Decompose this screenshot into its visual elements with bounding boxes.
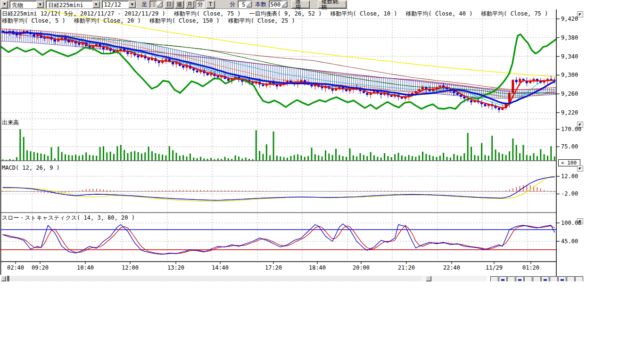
time-axis-label: 18:40 bbox=[309, 264, 326, 271]
stochastics-pane-title: スロー・ストキャスティクス( 14, 3, 80, 20 ) bbox=[2, 214, 135, 221]
scrollbar-thumb[interactable] bbox=[7, 276, 9, 281]
time-axis-label: 12:00 bbox=[122, 264, 139, 271]
volume-pane bbox=[2, 129, 555, 160]
bottom-nav-button[interactable] bbox=[533, 276, 541, 281]
y-axis-label: 170.00 bbox=[561, 126, 581, 132]
macd-pane-corner-button[interactable]: ◤ bbox=[577, 165, 583, 172]
indicator-label: 移動平均( Close, 5 ) bbox=[2, 17, 66, 25]
y-axis-label: 45.00 bbox=[561, 238, 578, 245]
stochastics-pane bbox=[1, 224, 556, 254]
time-axis-label: 14:40 bbox=[212, 264, 229, 271]
volume-pane-title: 出来高 bbox=[2, 119, 19, 126]
time-axis-label: 20:00 bbox=[353, 264, 370, 271]
time-axis-label: 01:20 bbox=[522, 264, 539, 271]
y-axis-label: 9,220 bbox=[561, 109, 578, 116]
indicator-label: 移動平均( Close, 150 ) bbox=[149, 17, 220, 25]
y-axis-label: 9,420 bbox=[561, 16, 578, 22]
macd-pane-title: MACD( 12, 26, 9 ) bbox=[2, 165, 60, 171]
indicator-label: 移動平均( Close, 75 ) bbox=[481, 10, 548, 18]
indicator-header-line2: 移動平均( Close, 5 )移動平均( Close, 20 )移動平均( C… bbox=[2, 17, 295, 25]
indicator-label: 移動平均( Close, 10 ) bbox=[330, 10, 397, 18]
y-axis-label: 9,340 bbox=[561, 53, 578, 60]
time-axis-label: 21:20 bbox=[398, 264, 415, 271]
time-axis-label: 13:20 bbox=[167, 264, 184, 271]
y-axis-label: 12.00 bbox=[561, 173, 578, 180]
bottom-nav-button[interactable] bbox=[541, 276, 549, 281]
y-axis-label: -2.00 bbox=[561, 190, 578, 197]
bottom-nav-button[interactable] bbox=[567, 276, 575, 281]
bottom-nav-button[interactable] bbox=[516, 276, 524, 281]
time-axis-label: 09:20 bbox=[32, 264, 49, 271]
chart-canvas bbox=[0, 0, 644, 283]
macd-pane bbox=[1, 176, 556, 202]
time-axis-label: 17:20 bbox=[265, 264, 282, 271]
y-axis-label: 100.00 bbox=[561, 220, 581, 226]
indicator-label: 移動平均( Close, 40 ) bbox=[405, 10, 472, 18]
scrollbar-track[interactable] bbox=[10, 276, 421, 281]
bottom-nav-button[interactable] bbox=[575, 276, 583, 281]
y-axis-label: 9,380 bbox=[561, 34, 578, 41]
nav-button-glyph bbox=[544, 279, 547, 281]
time-axis-label: 11/29 bbox=[486, 264, 503, 271]
bottom-nav-button[interactable] bbox=[499, 276, 507, 281]
bottom-nav-button[interactable] bbox=[490, 276, 498, 281]
y-axis-label: 9,300 bbox=[561, 72, 578, 78]
scroll-left-button[interactable] bbox=[1, 276, 6, 281]
indicator-label: 移動平均( Close, 20 ) bbox=[74, 17, 141, 25]
resize-arrow-icon: ◤ bbox=[579, 166, 581, 171]
nav-button-glyph bbox=[501, 279, 504, 281]
bottom-nav-button[interactable] bbox=[558, 276, 566, 281]
bottom-scroll-strip bbox=[0, 276, 644, 281]
time-axis-label: 02:40 bbox=[7, 264, 24, 271]
bottom-nav-button[interactable] bbox=[507, 276, 515, 281]
nav-button-glyph bbox=[561, 279, 564, 281]
indicator-label: 移動平均( Close, 25 ) bbox=[228, 17, 295, 25]
bottom-nav-button[interactable] bbox=[550, 276, 558, 281]
y-axis-label: 75.00 bbox=[561, 143, 578, 150]
time-axis-label: 22:40 bbox=[443, 264, 460, 271]
bottom-nav-button[interactable] bbox=[524, 276, 532, 281]
nav-button-glyph bbox=[518, 279, 521, 281]
scrollbar-box[interactable] bbox=[426, 276, 431, 281]
time-axis-label: 10:40 bbox=[77, 264, 94, 271]
resize-arrow-icon: ◤ bbox=[579, 12, 581, 16]
y-axis-label: 9,260 bbox=[561, 90, 578, 97]
